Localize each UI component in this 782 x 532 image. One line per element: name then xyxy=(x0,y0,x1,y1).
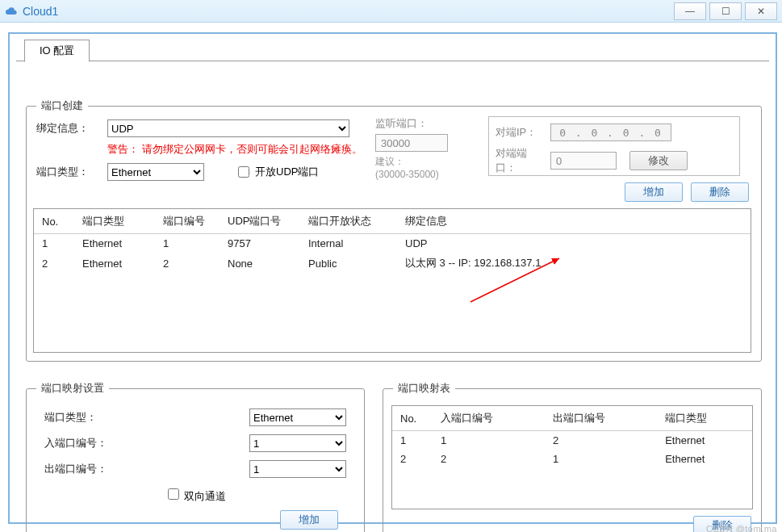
mapset-type-select[interactable]: Ethernet xyxy=(249,408,346,426)
open-udp-label: 开放UDP端口 xyxy=(255,165,319,179)
bidirectional-label: 双向通道 xyxy=(184,490,226,502)
legend-map-table: 端口映射表 xyxy=(393,381,455,396)
tab-io-config[interactable]: IO 配置 xyxy=(24,40,90,62)
open-udp-checkbox[interactable] xyxy=(238,166,249,178)
mcol-type: 端口类型 xyxy=(657,406,752,431)
window-title: Cloud1 xyxy=(23,5,671,18)
remote-port-input[interactable] xyxy=(550,152,617,170)
mcol-no: No. xyxy=(392,406,433,431)
bind-info-select[interactable]: UDP xyxy=(107,119,349,137)
mapset-in-select[interactable]: 1 xyxy=(249,434,346,452)
titlebar: Cloud1 — ☐ ✕ xyxy=(0,0,782,23)
mapset-add-button[interactable]: 增加 xyxy=(280,510,338,530)
fieldset-port-create: 端口创建 绑定信息： UDP 警告： 请勿绑定公网网卡，否则可能会引起网络瘫痪。… xyxy=(26,98,762,362)
bind-info-label: 绑定信息： xyxy=(36,121,101,136)
table-row[interactable]: 221Ethernet xyxy=(392,450,752,468)
table-row[interactable]: 2Ethernet2NonePublic以太网 3 -- IP: 192.168… xyxy=(34,253,751,274)
mapset-out-select[interactable]: 1 xyxy=(249,460,346,478)
window-buttons: — ☐ ✕ xyxy=(671,2,777,20)
port-table[interactable]: No. 端口类型 端口编号 UDP端口号 端口开放状态 绑定信息 1Ethern… xyxy=(34,209,751,274)
listen-port-input[interactable] xyxy=(375,134,448,152)
mcol-in: 入端口编号 xyxy=(433,406,545,431)
legend-map-set: 端口映射设置 xyxy=(36,381,109,396)
minimize-button[interactable]: — xyxy=(674,2,706,20)
listen-port-label: 监听端口： xyxy=(375,116,472,131)
listen-port-range: 建议： (30000-35000) xyxy=(375,155,472,180)
col-type: 端口类型 xyxy=(74,209,155,234)
col-udp: UDP端口号 xyxy=(220,209,300,234)
legend-port-create: 端口创建 xyxy=(36,98,88,113)
col-num: 端口编号 xyxy=(155,209,220,234)
col-bind: 绑定信息 xyxy=(397,209,751,234)
close-button[interactable]: ✕ xyxy=(745,2,777,20)
mapset-type-label: 端口类型： xyxy=(44,410,117,425)
port-table-wrap: No. 端口类型 端口编号 UDP端口号 端口开放状态 绑定信息 1Ethern… xyxy=(33,208,751,353)
fieldset-map-set: 端口映射设置 端口类型： Ethernet 入端口编号： 1 出端口编号： 1 … xyxy=(26,381,365,532)
col-open: 端口开放状态 xyxy=(300,209,397,234)
bind-warning: 警告： 请勿绑定公网网卡，否则可能会引起网络瘫痪。 xyxy=(107,142,375,157)
bidirectional-checkbox[interactable] xyxy=(168,488,179,500)
port-type-label: 端口类型： xyxy=(36,165,101,179)
main-frame: IO 配置 端口创建 绑定信息： UDP 警告： 请勿绑定公网网卡，否则可能会引… xyxy=(8,32,777,524)
maximize-button[interactable]: ☐ xyxy=(709,2,742,20)
remote-ip-input[interactable] xyxy=(550,124,671,141)
table-row[interactable]: 112Ethernet xyxy=(392,431,752,450)
port-type-select[interactable]: Ethernet xyxy=(107,163,204,181)
watermark: CSDN @tom.ma xyxy=(706,524,777,532)
mcol-out: 出端口编号 xyxy=(545,406,657,431)
cloud-icon xyxy=(5,5,18,18)
map-table[interactable]: No. 入端口编号 出端口编号 端口类型 112Ethernet221Ether… xyxy=(392,406,752,468)
remote-port-label: 对端端口： xyxy=(496,146,544,175)
fieldset-map-table: 端口映射表 No. 入端口编号 出端口编号 端口类型 112Ethernet22… xyxy=(383,381,762,532)
mapset-in-label: 入端口编号： xyxy=(44,436,117,450)
listen-port-box: 监听端口： 建议： (30000-35000) xyxy=(375,116,472,180)
remote-box: 对端IP： 对端端口： 修改 xyxy=(488,116,740,176)
modify-button[interactable]: 修改 xyxy=(629,151,688,170)
col-no: No. xyxy=(34,209,74,234)
delete-port-button[interactable]: 删除 xyxy=(691,182,749,202)
add-port-button[interactable]: 增加 xyxy=(625,182,683,202)
mapset-out-label: 出端口编号： xyxy=(44,462,117,476)
remote-ip-label: 对端IP： xyxy=(496,125,544,140)
table-row[interactable]: 1Ethernet19757InternalUDP xyxy=(34,234,751,253)
tab-strip: IO 配置 xyxy=(16,40,769,61)
map-table-wrap: No. 入端口编号 出端口编号 端口类型 112Ethernet221Ether… xyxy=(391,405,753,509)
